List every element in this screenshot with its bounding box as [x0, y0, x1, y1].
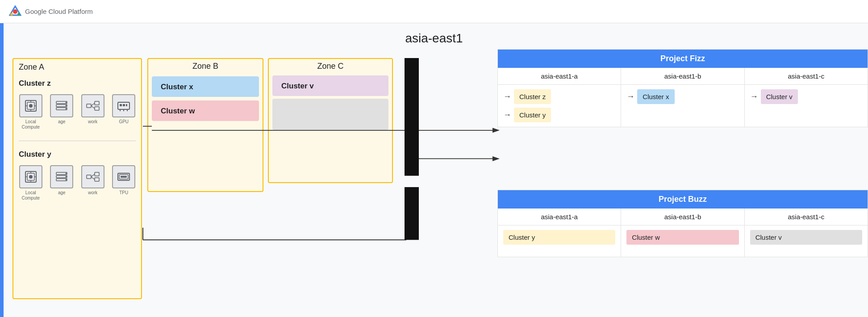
fizz-clusters-a: → Cluster z → Cluster y [498, 85, 621, 127]
project-buzz: Project Buzz asia-east1-a asia-east1-b a… [497, 190, 868, 257]
region-title: asia-east1 [0, 23, 868, 49]
svg-rect-18 [95, 101, 99, 105]
local-compute-y-label: LocalCompute [21, 190, 40, 201]
tpu-icon-item: TPU [110, 165, 138, 196]
storage-label: age [58, 119, 66, 125]
svg-line-20 [91, 103, 95, 106]
local-compute-label: LocalCompute [21, 119, 40, 130]
fizz-cluster-v: Cluster v [761, 89, 798, 104]
zone-b-label: Zone B [148, 59, 263, 74]
gpu-icon-item: GPU [110, 94, 138, 125]
svg-rect-36 [56, 172, 67, 175]
fizz-zone-c-label: asia-east1-c [745, 68, 868, 84]
diagram-area: Zone A Cluster z [0, 49, 868, 317]
svg-rect-38 [56, 179, 67, 181]
project-buzz-header: Project Buzz [498, 190, 868, 209]
zone-c: Zone C Cluster v [268, 58, 393, 183]
fizz-clusters-b: → Cluster x [621, 85, 744, 127]
cluster-w-box: Cluster w [152, 100, 259, 121]
main-content: asia-east1 Zone A Cluster z [0, 23, 868, 317]
svg-point-41 [66, 179, 67, 180]
svg-line-45 [91, 174, 95, 177]
storage-icon [50, 94, 73, 117]
svg-point-31 [29, 175, 33, 179]
svg-point-39 [66, 173, 67, 174]
gpu-icon [112, 94, 135, 117]
topbar: Google Cloud Platform [0, 0, 868, 23]
gpu-label: GPU [119, 119, 129, 125]
gcp-logo: Google Cloud Platform [9, 5, 93, 18]
project-fizz-zones-row: asia-east1-a asia-east1-b asia-east1-c [498, 68, 868, 85]
cluster-y-label: Cluster y [13, 146, 141, 162]
storage-icon-item: age [48, 94, 76, 125]
local-compute-y-icon [19, 165, 42, 188]
fizz-cluster-z: Cluster z [514, 89, 551, 104]
svg-rect-23 [120, 104, 122, 106]
project-fizz: Project Fizz asia-east1-a asia-east1-b a… [497, 49, 868, 127]
svg-rect-37 [56, 175, 67, 178]
zone-c-label: Zone C [269, 59, 392, 74]
buzz-zone-c-label: asia-east1-c [745, 209, 868, 225]
network-y-icon-item: work [79, 165, 107, 196]
cluster-z-label: Cluster z [13, 75, 141, 91]
buzz-cluster-w: Cluster w [626, 230, 739, 245]
cluster-v-box: Cluster v [272, 75, 388, 96]
storage-y-icon-item: age [48, 165, 76, 196]
network-y-icon [81, 165, 104, 188]
svg-rect-55 [405, 58, 419, 176]
tpu-label: TPU [119, 190, 128, 196]
svg-rect-13 [56, 108, 67, 110]
network-label: work [88, 119, 97, 125]
svg-point-1 [13, 9, 17, 14]
svg-rect-11 [56, 101, 67, 104]
project-buzz-clusters-row: Cluster y Cluster w Cluster v [498, 225, 868, 257]
svg-rect-17 [87, 104, 91, 108]
svg-line-21 [91, 106, 95, 108]
gcp-icon [9, 5, 21, 18]
buzz-zone-a-label: asia-east1-a [498, 209, 621, 225]
zone-a-label: Zone A [13, 59, 141, 74]
fizz-cluster-x: Cluster x [637, 89, 674, 104]
svg-point-2 [10, 13, 13, 16]
svg-rect-19 [95, 107, 99, 110]
svg-point-14 [66, 102, 67, 103]
tpu-icon [112, 165, 135, 188]
cluster-w-label: Cluster w [155, 103, 255, 118]
zone-a-divider [19, 141, 136, 141]
buzz-clusters-c: Cluster v [745, 225, 868, 257]
cluster-x-box: Cluster x [152, 76, 259, 97]
cluster-z-area: Cluster z [13, 74, 141, 137]
buzz-cluster-v: Cluster v [750, 230, 862, 245]
fizz-zone-b-label: asia-east1-b [621, 68, 744, 84]
svg-rect-12 [56, 104, 67, 107]
svg-rect-44 [95, 178, 99, 181]
svg-point-6 [29, 104, 33, 108]
svg-rect-25 [126, 104, 127, 106]
zone-a: Zone A Cluster z [13, 58, 142, 299]
svg-rect-43 [95, 172, 99, 176]
cluster-y-area: Cluster y [13, 145, 141, 208]
cluster-y-icons: LocalCompute [13, 162, 141, 206]
fizz-cluster-y: Cluster y [514, 108, 551, 122]
local-compute-y-icon-item: LocalCompute [17, 165, 45, 201]
zone-b: Zone B Cluster x Cluster w [147, 58, 263, 192]
gcp-logo-text: Google Cloud Platform [25, 8, 93, 15]
svg-point-40 [66, 176, 67, 177]
svg-line-46 [91, 177, 95, 179]
fizz-zone-a-label: asia-east1-a [498, 68, 621, 84]
project-fizz-clusters-row: → Cluster z → Cluster y → Cluster x [498, 85, 868, 127]
storage-y-label: age [58, 190, 66, 196]
local-compute-icon [19, 94, 42, 117]
svg-point-15 [66, 105, 67, 106]
svg-point-3 [17, 13, 20, 16]
buzz-clusters-a: Cluster y [498, 225, 621, 257]
svg-rect-56 [405, 187, 419, 240]
local-compute-icon-item: LocalCompute [17, 94, 45, 130]
cluster-v-label: Cluster v [276, 78, 385, 93]
svg-rect-24 [123, 104, 125, 106]
storage-y-icon [50, 165, 73, 188]
network-icon [81, 94, 104, 117]
svg-point-16 [66, 108, 67, 109]
network-y-label: work [88, 190, 97, 196]
buzz-clusters-b: Cluster w [621, 225, 744, 257]
